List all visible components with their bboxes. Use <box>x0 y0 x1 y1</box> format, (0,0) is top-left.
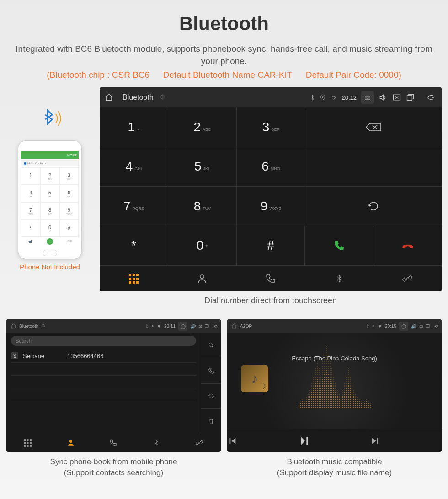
svg-rect-4 <box>407 96 412 101</box>
phone-header: MORE <box>21 151 79 159</box>
svg-point-2 <box>367 97 368 99</box>
wifi-icon: ▼ <box>157 324 161 329</box>
recents-icon[interactable]: ❐ <box>426 324 430 329</box>
music-note-icon: ♪ᛒ <box>241 365 268 392</box>
location-icon: ⌖ <box>151 323 154 329</box>
home-icon[interactable] <box>104 93 113 102</box>
clock: 20:11 <box>164 324 176 329</box>
screen-title: A2DP <box>240 324 252 329</box>
wifi-icon: ▼ <box>378 324 382 329</box>
screenshot-icon[interactable]: ◯ <box>178 322 187 331</box>
clock: 20:12 <box>341 94 357 101</box>
nav-calllog[interactable] <box>236 266 305 291</box>
recents-icon[interactable] <box>406 93 415 102</box>
contact-row-empty <box>11 401 196 414</box>
close-icon[interactable] <box>392 93 401 102</box>
svg-point-0 <box>322 96 324 98</box>
usb-icon: ⏀ <box>41 324 45 328</box>
key-redial[interactable] <box>305 187 442 226</box>
usb-icon: ⏀ <box>160 94 165 101</box>
bluetooth-status-icon: ᛒ <box>311 94 315 101</box>
volume-icon[interactable]: 🔊 <box>411 324 416 329</box>
back-icon[interactable]: ⟲ <box>434 324 438 329</box>
key-7[interactable]: 7PQRS <box>100 187 168 226</box>
music-caption: Bluetooth music compatible (Support disp… <box>227 456 442 478</box>
nav-dialpad[interactable] <box>6 434 49 452</box>
side-call-icon[interactable] <box>201 358 221 383</box>
contact-letter: S <box>11 352 18 359</box>
svg-point-5 <box>200 275 204 279</box>
nav-bluetooth[interactable] <box>305 266 373 291</box>
phonebook-caption: Sync phone-book from mobile phone (Suppo… <box>6 456 221 478</box>
bluetooth-status-icon: ᛒ <box>367 324 369 329</box>
song-title: Escape (The Pina Colada Song) <box>292 355 377 362</box>
back-icon[interactable] <box>423 93 437 102</box>
key-0[interactable]: 0+ <box>168 226 237 266</box>
key-9[interactable]: 9WXYZ <box>237 187 305 226</box>
prev-button[interactable] <box>227 436 299 446</box>
key-blank <box>305 147 442 187</box>
side-search-icon[interactable] <box>201 333 221 358</box>
key-1[interactable]: 1∞ <box>100 107 168 147</box>
dialer-caption: Dial number direct from touchscreen <box>100 296 442 306</box>
bluetooth-status-icon: ᛒ <box>146 324 149 329</box>
back-icon[interactable]: ⟲ <box>213 324 217 329</box>
screenshot-icon[interactable] <box>361 91 374 104</box>
nav-pair[interactable] <box>178 434 221 452</box>
key-3[interactable]: 3DEF <box>237 107 305 147</box>
contact-row-empty <box>11 363 196 376</box>
volume-icon[interactable]: 🔊 <box>190 324 196 329</box>
volume-icon[interactable] <box>379 93 388 102</box>
clock: 20:15 <box>385 324 396 329</box>
nav-bluetooth[interactable] <box>135 434 178 452</box>
recents-icon[interactable]: ❐ <box>205 324 209 329</box>
next-button[interactable] <box>370 436 442 446</box>
svg-rect-1 <box>365 96 370 100</box>
close-icon[interactable]: ⊠ <box>419 324 423 329</box>
spec-name: Default Bluetooth Name CAR-KIT <box>163 70 292 80</box>
home-icon[interactable] <box>231 323 237 329</box>
call-button[interactable] <box>305 226 373 266</box>
spec-code: Default Pair Code: 0000) <box>306 70 401 80</box>
phone-caption: Phone Not Included <box>6 263 93 271</box>
side-delete-icon[interactable] <box>201 409 221 434</box>
hangup-button[interactable] <box>373 226 442 266</box>
screen-title: Bluetooth <box>123 93 154 102</box>
location-icon <box>320 94 326 101</box>
key-8[interactable]: 8TUV <box>168 187 237 226</box>
nav-calllog[interactable] <box>92 434 135 452</box>
side-sync-icon[interactable] <box>201 384 221 409</box>
playpause-button[interactable] <box>299 435 370 447</box>
location-icon: ⌖ <box>372 323 375 329</box>
screen-title: Bluetooth <box>19 324 38 329</box>
search-input[interactable]: Search <box>11 336 196 346</box>
page-subtitle: Integrated with BC6 Bluetooth module, su… <box>6 43 442 67</box>
key-6[interactable]: 6MNO <box>237 147 305 187</box>
phone-add-contacts: 👤 Add to Contacts <box>21 160 79 166</box>
key-2[interactable]: 2ABC <box>168 107 237 147</box>
key-5[interactable]: 5JKL <box>168 147 237 187</box>
contact-row[interactable]: S Seicane 13566664466 <box>11 349 196 363</box>
bluetooth-illustration-icon <box>34 106 66 138</box>
nav-contacts[interactable] <box>49 434 92 452</box>
music-screen: A2DP ᛒ ⌖ ▼ 20:15 ◯ 🔊 ⊠ ❐ ⟲ ♪ᛒ Escape (Th… <box>227 319 442 452</box>
wifi-icon <box>331 94 337 101</box>
nav-dialpad[interactable] <box>100 266 168 291</box>
key-4[interactable]: 4GHI <box>100 147 168 187</box>
dialer-screen: Bluetooth ⏀ ᛒ 20:12 <box>100 87 442 291</box>
phonebook-screen: Bluetooth ⏀ ᛒ ⌖ ▼ 20:11 ◯ 🔊 ⊠ ❐ ⟲ Search <box>6 319 221 452</box>
screenshot-icon[interactable]: ◯ <box>399 322 408 331</box>
spec-chip: (Bluetooth chip : CSR BC6 <box>47 70 149 80</box>
close-icon[interactable]: ⊠ <box>198 324 202 329</box>
key-star[interactable]: * <box>100 226 168 266</box>
home-icon[interactable] <box>10 323 16 329</box>
key-hash[interactable]: # <box>237 226 305 266</box>
contact-row-empty <box>11 376 196 388</box>
svg-point-6 <box>209 343 212 347</box>
nav-contacts[interactable] <box>168 266 237 291</box>
contact-number: 13566664466 <box>67 353 104 359</box>
nav-pair[interactable] <box>373 266 442 291</box>
svg-point-7 <box>69 440 72 443</box>
page-title: Bluetooth <box>6 13 442 35</box>
key-backspace[interactable] <box>305 107 442 147</box>
